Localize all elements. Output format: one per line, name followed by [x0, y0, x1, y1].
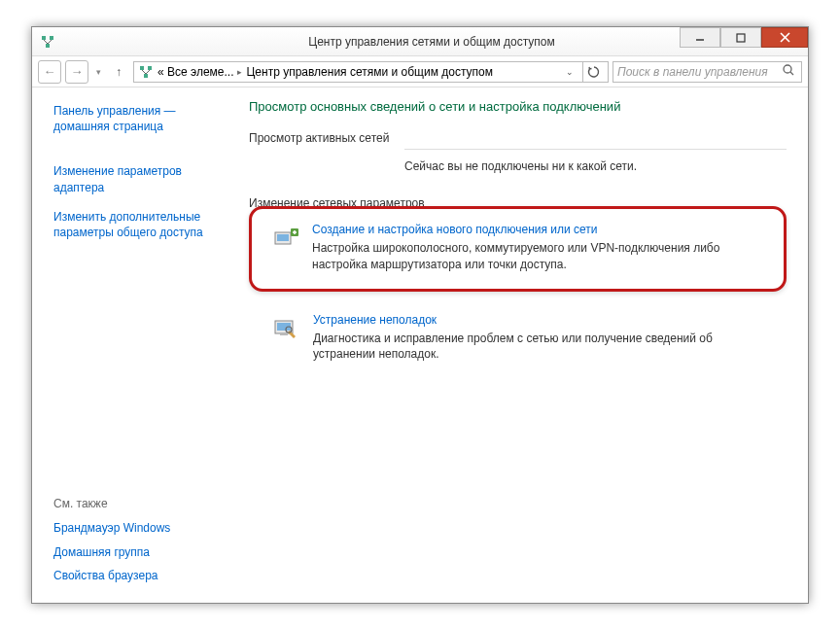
svg-line-13: [146, 70, 150, 74]
address-toolbar: ← → ▾ ↑ « Все элеме... ▸ Центр управлени…: [32, 56, 808, 87]
sidebar: Панель управления — домашняя страница Из…: [32, 87, 241, 603]
refresh-button[interactable]: [582, 61, 604, 83]
svg-rect-6: [737, 34, 745, 42]
svg-line-15: [790, 72, 793, 75]
new-connection-icon: [269, 223, 300, 254]
search-input[interactable]: [617, 65, 782, 79]
maximize-button[interactable]: [720, 27, 761, 48]
sidebar-link-home[interactable]: Панель управления — домашняя страница: [53, 103, 229, 134]
task-body: Устранение неполадок Диагностика и испра…: [313, 313, 767, 364]
breadcrumb-segment[interactable]: « Все элеме...: [158, 65, 233, 79]
svg-rect-0: [42, 36, 46, 40]
svg-rect-2: [46, 44, 50, 48]
page-title: Просмотр основных сведений о сети и наст…: [249, 99, 787, 114]
control-panel-window: Центр управления сетями и общим доступом…: [31, 26, 809, 604]
nav-forward-button[interactable]: →: [65, 60, 88, 84]
svg-rect-23: [280, 333, 288, 335]
svg-rect-10: [148, 66, 152, 70]
highlighted-task: Создание и настройка нового подключения …: [249, 206, 787, 292]
nav-up-button[interactable]: ↑: [108, 61, 129, 83]
search-icon[interactable]: [782, 63, 797, 80]
troubleshoot-icon: [270, 313, 301, 344]
task-troubleshoot-link[interactable]: Устранение неполадок: [313, 313, 767, 327]
sidebar-link-sharing-settings[interactable]: Изменить дополнительные параметры общего…: [53, 209, 229, 240]
sidebar-link-adapter-settings[interactable]: Изменение параметров адаптера: [53, 163, 229, 194]
titlebar: Центр управления сетями и общим доступом: [32, 27, 808, 56]
minimize-button[interactable]: [680, 27, 720, 48]
task-troubleshoot: Устранение неполадок Диагностика и испра…: [249, 309, 787, 371]
task-body: Создание и настройка нового подключения …: [312, 223, 764, 273]
nav-history-dropdown[interactable]: ▾: [92, 67, 104, 77]
nav-back-button[interactable]: ←: [38, 60, 61, 84]
task-new-connection-link[interactable]: Создание и настройка нового подключения …: [312, 223, 764, 236]
breadcrumb-segment[interactable]: Центр управления сетями и общим доступом: [246, 65, 493, 79]
content-area: Панель управления — домашняя страница Из…: [32, 87, 808, 603]
search-field: [612, 61, 802, 83]
breadcrumb[interactable]: « Все элеме... ▸ Центр управления сетями…: [133, 61, 609, 83]
window-controls: [680, 27, 808, 48]
svg-line-12: [142, 70, 146, 74]
sidebar-link-firewall[interactable]: Брандмауэр Windows: [53, 520, 229, 536]
close-button[interactable]: [761, 27, 808, 48]
sidebar-link-browser-props[interactable]: Свойства браузера: [53, 568, 229, 583]
address-dropdown-button[interactable]: ⌄: [561, 67, 578, 77]
svg-line-4: [48, 40, 52, 44]
svg-rect-9: [140, 66, 144, 70]
see-also-label: См. также: [53, 497, 229, 510]
no-connection-text: Сейчас вы не подключены ни к какой сети.: [404, 159, 787, 173]
main-pane: Просмотр основных сведений о сети и наст…: [241, 87, 808, 603]
svg-point-14: [784, 65, 791, 73]
divider: [404, 149, 787, 150]
svg-rect-11: [144, 74, 148, 78]
svg-rect-1: [50, 36, 53, 40]
task-new-connection-desc: Настройка широкополосного, коммутируемог…: [312, 240, 764, 273]
active-networks-label: Просмотр активных сетей: [249, 131, 787, 145]
svg-line-3: [44, 40, 48, 44]
network-center-icon: [138, 64, 154, 80]
task-troubleshoot-desc: Диагностика и исправление проблем с сеть…: [313, 331, 767, 364]
sidebar-link-homegroup[interactable]: Домашняя группа: [53, 544, 229, 560]
chevron-right-icon: ▸: [237, 67, 242, 77]
network-center-icon: [40, 34, 55, 50]
svg-rect-17: [277, 234, 289, 241]
